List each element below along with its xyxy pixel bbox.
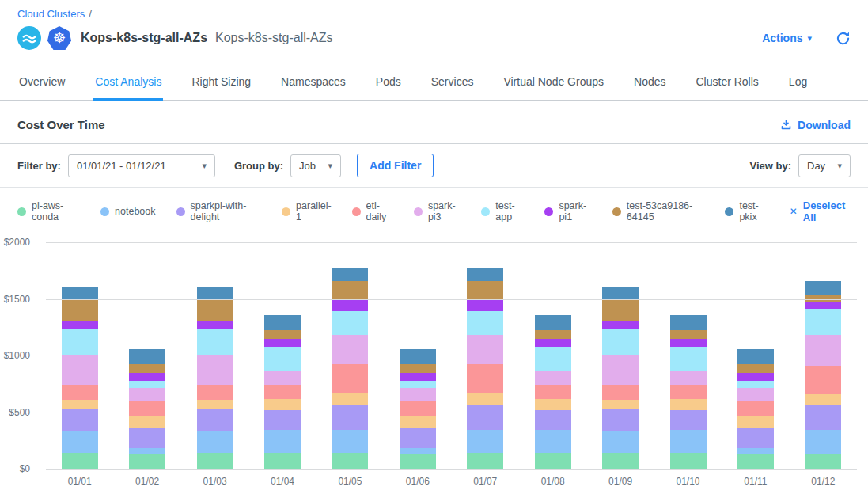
chevron-down-icon: ▾ bbox=[807, 33, 812, 44]
date-range-dropdown[interactable]: 01/01/21 - 01/12/21 ▾ bbox=[68, 154, 215, 177]
bar-segment-notebook bbox=[197, 431, 233, 453]
chart-legend: pi-aws-condanotebooksparkpi-with-delight… bbox=[0, 188, 868, 230]
legend-item-spark-pi3[interactable]: spark-pi3 bbox=[414, 200, 461, 222]
date-range-value: 01/01/21 - 01/12/21 bbox=[77, 160, 166, 172]
gridline bbox=[46, 356, 857, 356]
group-by-dropdown[interactable]: Job ▾ bbox=[290, 154, 341, 177]
tab-pods[interactable]: Pods bbox=[374, 59, 403, 101]
legend-item-spark-pi1[interactable]: spark-pi1 bbox=[544, 200, 591, 222]
legend-dot-icon bbox=[17, 207, 26, 216]
filter-bar: Filter by: 01/01/21 - 01/12/21 ▾ Group b… bbox=[0, 144, 868, 188]
bar-segment-spark-pi1 bbox=[129, 373, 165, 382]
legend-label: notebook bbox=[115, 206, 155, 217]
bar-segment-test-app bbox=[602, 329, 639, 354]
x-axis-tick-label: 01/10 bbox=[654, 476, 722, 487]
tab-cost-analysis[interactable]: Cost Analysis bbox=[93, 59, 163, 101]
tabs: OverviewCost AnalysisRight SizingNamespa… bbox=[0, 59, 868, 101]
tab-nodes[interactable]: Nodes bbox=[632, 59, 667, 101]
bar-segment-sparkpi-with-delight bbox=[332, 405, 368, 431]
bar-segment-spark-pi3 bbox=[737, 388, 774, 401]
bar-segment-spark-pi1 bbox=[805, 302, 841, 310]
ocean-logo-icon bbox=[17, 26, 41, 50]
bar-segment-pi-aws-conda bbox=[264, 453, 301, 469]
bar-segment-spark-pi3 bbox=[805, 335, 841, 366]
legend-label: etl-daily bbox=[366, 200, 393, 222]
bar-segment-test-pkix bbox=[62, 287, 98, 299]
tab-virtual-node-groups[interactable]: Virtual Node Groups bbox=[502, 59, 605, 101]
bar-segment-test-53ca9186-64145 bbox=[332, 281, 368, 299]
bar-segment-spark-pi3 bbox=[264, 371, 301, 385]
bar-segment-etl-daily bbox=[62, 385, 98, 400]
view-by-dropdown[interactable]: Day ▾ bbox=[798, 154, 851, 177]
legend-dot-icon bbox=[612, 207, 621, 216]
bar-segment-test-app bbox=[805, 309, 841, 335]
stacked-bar-01-07 bbox=[467, 268, 503, 469]
legend-item-test-53ca9186-64145[interactable]: test-53ca9186-64145 bbox=[612, 200, 705, 222]
breadcrumb-link-cloud-clusters[interactable]: Cloud Clusters bbox=[17, 8, 85, 20]
group-by-label: Group by: bbox=[234, 160, 283, 172]
bar-segment-spark-pi3 bbox=[400, 388, 436, 401]
bar-segment-parallel-1 bbox=[535, 399, 571, 410]
actions-button[interactable]: Actions ▾ bbox=[762, 32, 812, 44]
bar-segment-sparkpi-with-delight bbox=[129, 428, 165, 448]
bar-segment-test-app bbox=[467, 311, 503, 336]
legend-item-parallel-1[interactable]: parallel-1 bbox=[282, 200, 331, 222]
legend-item-notebook[interactable]: notebook bbox=[100, 206, 155, 217]
actions-label: Actions bbox=[762, 32, 802, 44]
stacked-bar-01-11 bbox=[737, 349, 774, 469]
legend-item-etl-daily[interactable]: etl-daily bbox=[352, 200, 393, 222]
bar-segment-pi-aws-conda bbox=[129, 454, 165, 469]
bar-segment-test-53ca9186-64145 bbox=[737, 364, 774, 373]
legend-label: test-pkix bbox=[739, 200, 768, 222]
download-label: Download bbox=[798, 119, 851, 131]
chevron-down-icon: ▾ bbox=[829, 161, 842, 171]
bar-segment-parallel-1 bbox=[129, 416, 165, 428]
bar-segment-pi-aws-conda bbox=[467, 453, 503, 469]
bar-segment-parallel-1 bbox=[332, 393, 368, 404]
add-filter-button[interactable]: Add Filter bbox=[357, 154, 434, 177]
legend-dot-icon bbox=[352, 207, 361, 216]
legend-dot-icon bbox=[282, 207, 290, 216]
legend-label: pi-aws-conda bbox=[32, 200, 80, 222]
y-axis-tick-label: $0 bbox=[20, 463, 30, 474]
bar-segment-parallel-1 bbox=[602, 400, 639, 409]
bar-segment-etl-daily bbox=[197, 385, 233, 400]
bar-segment-test-app bbox=[535, 347, 571, 371]
legend-item-test-pkix[interactable]: test-pkix bbox=[725, 200, 768, 222]
section-title: Cost Over Time bbox=[17, 118, 105, 131]
refresh-icon[interactable] bbox=[836, 31, 851, 46]
legend-item-pi-aws-conda[interactable]: pi-aws-conda bbox=[17, 200, 80, 222]
bar-segment-pi-aws-conda bbox=[535, 453, 571, 469]
legend-item-test-app[interactable]: test-app bbox=[481, 200, 524, 222]
bar-segment-spark-pi3 bbox=[62, 355, 98, 386]
tab-log[interactable]: Log bbox=[787, 59, 809, 101]
stacked-bar-01-05 bbox=[332, 268, 368, 469]
tab-cluster-rolls[interactable]: Cluster Rolls bbox=[694, 59, 760, 101]
view-by-value: Day bbox=[807, 160, 825, 172]
bar-segment-spark-pi1 bbox=[467, 299, 503, 310]
deselect-all-button[interactable]: ✕ Deselect All bbox=[790, 200, 851, 223]
bar-segment-etl-daily bbox=[535, 385, 571, 399]
download-button[interactable]: Download bbox=[780, 119, 851, 131]
x-axis-tick-label: 01/12 bbox=[790, 476, 857, 487]
legend-item-sparkpi-with-delight[interactable]: sparkpi-with-delight bbox=[176, 200, 262, 222]
bar-segment-spark-pi1 bbox=[670, 339, 707, 347]
bar-segment-test-53ca9186-64145 bbox=[264, 330, 301, 339]
legend-label: test-app bbox=[495, 200, 524, 222]
gridline bbox=[46, 413, 857, 413]
bar-segment-etl-daily bbox=[264, 385, 301, 399]
tab-overview[interactable]: Overview bbox=[17, 59, 66, 101]
bar-segment-sparkpi-with-delight bbox=[535, 410, 571, 430]
tab-right-sizing[interactable]: Right Sizing bbox=[190, 59, 252, 101]
bar-segment-spark-pi1 bbox=[602, 321, 639, 329]
tab-services[interactable]: Services bbox=[430, 59, 476, 101]
stacked-bar-01-04 bbox=[264, 315, 301, 469]
y-axis-tick-label: $2000 bbox=[4, 237, 30, 248]
bar-segment-spark-pi1 bbox=[400, 373, 436, 382]
bar-segment-etl-daily bbox=[737, 401, 774, 416]
bar-segment-spark-pi3 bbox=[670, 371, 707, 385]
chevron-down-icon: ▾ bbox=[320, 161, 332, 171]
tab-namespaces[interactable]: Namespaces bbox=[279, 59, 347, 101]
gridline bbox=[46, 242, 857, 243]
x-axis-tick-label: 01/06 bbox=[384, 476, 451, 487]
